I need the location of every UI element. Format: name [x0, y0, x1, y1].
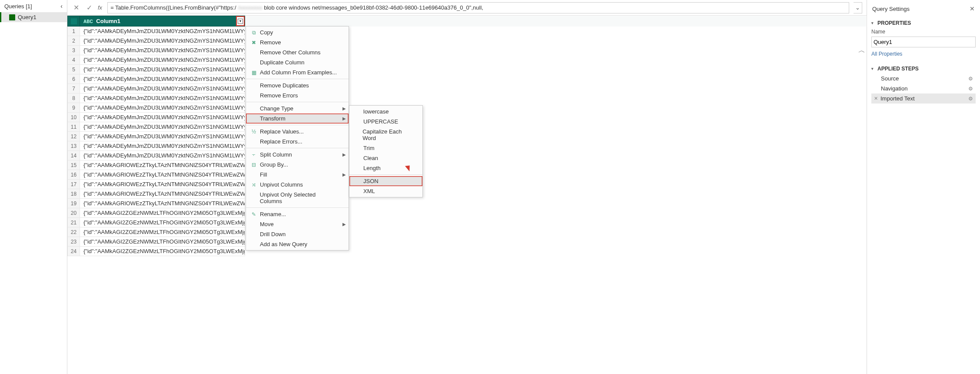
submenu-json[interactable]: JSON [349, 176, 422, 186]
table-row[interactable]: 11{"id":"AAMkADEyMmJmZDU3LWM0YzktNGZmYS1… [68, 122, 867, 132]
menu-add-query[interactable]: Add as New Query [246, 239, 349, 249]
table-row[interactable]: 7{"id":"AAMkADEyMmJmZDU3LWM0YzktNGZmYS1h… [68, 84, 867, 94]
cell[interactable]: {"id":"AAMkAGRlOWEzZTkyLTAzNTMtNGNlZS04Y… [80, 199, 245, 208]
formula-dropdown-icon[interactable]: ⌄ [854, 2, 862, 13]
table-row[interactable]: 15{"id":"AAMkAGRlOWEzZTkyLTAzNTMtNGNlZS0… [68, 160, 867, 170]
column-header[interactable]: ABC Column1 ▾ [80, 16, 245, 27]
cell[interactable]: {"id":"AAMkADEyMmJmZDU3LWM0YzktNGZmYS1hN… [80, 84, 245, 94]
table-row[interactable]: 23{"id":"AAMkAGI2ZGEzNWMzLTFhOGItNGY2Mi0… [68, 237, 867, 247]
menu-copy[interactable]: ⧉Copy [246, 27, 349, 37]
menu-remove-duplicates[interactable]: Remove Duplicates [246, 80, 349, 90]
queries-header[interactable]: Queries [1] ‹ [0, 0, 67, 12]
row-number[interactable]: 11 [68, 122, 80, 132]
cell[interactable]: {"id":"AAMkAGRlOWEzZTkyLTAzNTMtNGNlZS04Y… [80, 189, 245, 199]
column-menu-button[interactable]: ▾ [236, 16, 245, 26]
cell[interactable]: {"id":"AAMkAGRlOWEzZTkyLTAzNTMtNGNlZS04Y… [80, 160, 245, 170]
gear-icon[interactable]: ⚙ [968, 86, 973, 92]
cell[interactable]: {"id":"AAMkADEyMmJmZDU3LWM0YzktNGZmYS1hN… [80, 151, 245, 160]
row-number[interactable]: 7 [68, 84, 80, 94]
table-row[interactable]: 24{"id":"AAMkAGI2ZGEzNWMzLTFhOGItNGY2Mi0… [68, 247, 867, 256]
cell[interactable]: {"id":"AAMkADEyMmJmZDU3LWM0YzktNGZmYS1hN… [80, 113, 245, 122]
menu-fill[interactable]: Fill▶ [246, 170, 349, 180]
delete-step-icon[interactable]: ✕ [874, 96, 878, 101]
table-row[interactable]: 2{"id":"AAMkADEyMmJmZDU3LWM0YzktNGZmYS1h… [68, 36, 867, 46]
row-number[interactable]: 23 [68, 237, 80, 247]
menu-remove-errors[interactable]: Remove Errors [246, 90, 349, 100]
row-number[interactable]: 1 [68, 27, 80, 36]
table-row[interactable]: 1{"id":"AAMkADEyMmJmZDU3LWM0YzktNGZmYS1h… [68, 27, 867, 36]
cell[interactable]: {"id":"AAMkADEyMmJmZDU3LWM0YzktNGZmYS1hN… [80, 94, 245, 103]
table-row[interactable]: 19{"id":"AAMkAGRlOWEzZTkyLTAzNTMtNGNlZS0… [68, 199, 867, 208]
menu-drill-down[interactable]: Drill Down [246, 229, 349, 239]
row-number[interactable]: 17 [68, 180, 80, 189]
menu-transform[interactable]: Transform▶ [246, 114, 349, 124]
cell[interactable]: {"id":"AAMkAGI2ZGEzNWMzLTFhOGItNGY2Mi05O… [80, 218, 245, 227]
cell[interactable]: {"id":"AAMkAGI2ZGEzNWMzLTFhOGItNGY2Mi05O… [80, 208, 245, 218]
row-number[interactable]: 15 [68, 160, 80, 170]
cell[interactable]: {"id":"AAMkADEyMmJmZDU3LWM0YzktNGZmYS1hN… [80, 55, 245, 65]
row-number[interactable]: 21 [68, 218, 80, 227]
table-row[interactable]: 12{"id":"AAMkADEyMmJmZDU3LWM0YzktNGZmYS1… [68, 132, 867, 141]
row-number[interactable]: 24 [68, 247, 80, 256]
table-row[interactable]: 21{"id":"AAMkAGI2ZGEzNWMzLTFhOGItNGY2Mi0… [68, 218, 867, 227]
query-item[interactable]: Query1 [0, 12, 67, 22]
row-number[interactable]: 14 [68, 151, 80, 160]
menu-group-by[interactable]: ⊟Group By... [246, 160, 349, 170]
cell[interactable]: {"id":"AAMkADEyMmJmZDU3LWM0YzktNGZmYS1hN… [80, 141, 245, 151]
menu-unpivot[interactable]: ⤭Unpivot Columns [246, 180, 349, 190]
table-row[interactable]: 9{"id":"AAMkADEyMmJmZDU3LWM0YzktNGZmYS1h… [68, 103, 867, 113]
applied-steps-header[interactable]: APPLIED STEPS [871, 61, 976, 73]
all-properties-link[interactable]: All Properties [871, 50, 976, 61]
close-icon[interactable]: ✕ [970, 5, 975, 12]
menu-split-column[interactable]: ⫟Split Column▶ [246, 150, 349, 160]
table-row[interactable]: 16{"id":"AAMkAGRlOWEzZTkyLTAzNTMtNGNlZS0… [68, 170, 867, 180]
cell[interactable]: {"id":"AAMkADEyMmJmZDU3LWM0YzktNGZmYS1hN… [80, 122, 245, 132]
menu-rename[interactable]: ✎Rename... [246, 209, 349, 219]
table-row[interactable]: 4{"id":"AAMkADEyMmJmZDU3LWM0YzktNGZmYS1h… [68, 55, 867, 65]
menu-add-examples[interactable]: ▦Add Column From Examples... [246, 67, 349, 77]
cell[interactable]: {"id":"AAMkAGI2ZGEzNWMzLTFhOGItNGY2Mi05O… [80, 237, 245, 247]
submenu-xml[interactable]: XML [349, 186, 422, 196]
submenu-clean[interactable]: Clean [349, 153, 422, 163]
menu-remove[interactable]: ✖Remove [246, 37, 349, 47]
cell[interactable]: {"id":"AAMkADEyMmJmZDU3LWM0YzktNGZmYS1hN… [80, 74, 245, 84]
gear-icon[interactable]: ⚙ [968, 96, 973, 102]
row-number[interactable]: 5 [68, 65, 80, 74]
submenu-lowercase[interactable]: lowercase [349, 107, 422, 117]
accept-formula-icon[interactable]: ✓ [85, 3, 93, 12]
table-row[interactable]: 10{"id":"AAMkADEyMmJmZDU3LWM0YzktNGZmYS1… [68, 113, 867, 122]
select-all-cell[interactable] [68, 16, 80, 27]
cancel-formula-icon[interactable]: ✕ [72, 3, 80, 12]
cell[interactable]: {"id":"AAMkADEyMmJmZDU3LWM0YzktNGZmYS1hN… [80, 132, 245, 141]
table-row[interactable]: 6{"id":"AAMkADEyMmJmZDU3LWM0YzktNGZmYS1h… [68, 74, 867, 84]
scroll-up-icon[interactable]: ︿ [858, 46, 866, 55]
submenu-capitalize[interactable]: Capitalize Each Word [349, 127, 422, 143]
row-number[interactable]: 18 [68, 189, 80, 199]
cell[interactable]: {"id":"AAMkADEyMmJmZDU3LWM0YzktNGZmYS1hN… [80, 65, 245, 74]
table-row[interactable]: 17{"id":"AAMkAGRlOWEzZTkyLTAzNTMtNGNlZS0… [68, 180, 867, 189]
row-number[interactable]: 13 [68, 141, 80, 151]
cell[interactable]: {"id":"AAMkAGRlOWEzZTkyLTAzNTMtNGNlZS04Y… [80, 180, 245, 189]
table-row[interactable]: 14{"id":"AAMkADEyMmJmZDU3LWM0YzktNGZmYS1… [68, 151, 867, 160]
row-number[interactable]: 20 [68, 208, 80, 218]
table-row[interactable]: 18{"id":"AAMkAGRlOWEzZTkyLTAzNTMtNGNlZS0… [68, 189, 867, 199]
menu-duplicate[interactable]: Duplicate Column [246, 57, 349, 67]
cell[interactable]: {"id":"AAMkAGRlOWEzZTkyLTAzNTMtNGNlZS04Y… [80, 170, 245, 180]
table-row[interactable]: 20{"id":"AAMkAGI2ZGEzNWMzLTFhOGItNGY2Mi0… [68, 208, 867, 218]
table-row[interactable]: 22{"id":"AAMkAGI2ZGEzNWMzLTFhOGItNGY2Mi0… [68, 227, 867, 237]
cell[interactable]: {"id":"AAMkADEyMmJmZDU3LWM0YzktNGZmYS1hN… [80, 46, 245, 55]
menu-unpivot-selected[interactable]: Unpivot Only Selected Columns [246, 190, 349, 206]
row-number[interactable]: 19 [68, 199, 80, 208]
row-number[interactable]: 22 [68, 227, 80, 237]
cell[interactable]: {"id":"AAMkAGI2ZGEzNWMzLTFhOGItNGY2Mi05O… [80, 247, 245, 256]
row-number[interactable]: 9 [68, 103, 80, 113]
row-number[interactable]: 4 [68, 55, 80, 65]
row-number[interactable]: 12 [68, 132, 80, 141]
menu-replace-errors[interactable]: Replace Errors... [246, 137, 349, 147]
step-navigation[interactable]: Navigation ⚙ [871, 83, 976, 94]
properties-section-header[interactable]: PROPERTIES [871, 16, 976, 28]
step-source[interactable]: Source ⚙ [871, 73, 976, 83]
cell[interactable]: {"id":"AAMkAGI2ZGEzNWMzLTFhOGItNGY2Mi05O… [80, 227, 245, 237]
row-number[interactable]: 16 [68, 170, 80, 180]
step-imported-text[interactable]: ✕ Imported Text ⚙ [871, 94, 976, 104]
